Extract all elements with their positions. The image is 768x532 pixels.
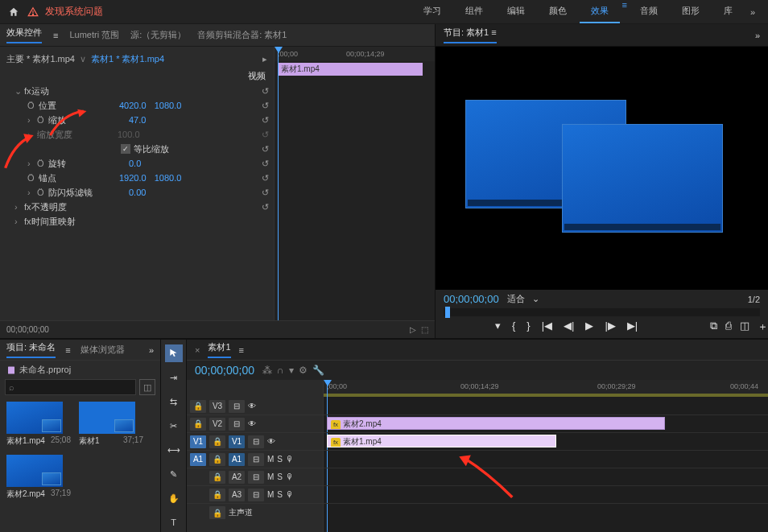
track-select-tool-icon[interactable]: ⇥: [165, 369, 183, 386]
mark-out-icon[interactable]: }: [526, 320, 530, 334]
mini-playhead[interactable]: [278, 47, 279, 320]
track-header-a3[interactable]: 🔒 A3 ⊟MS🎙: [187, 486, 323, 504]
bin-item[interactable]: 素材2.mp437;19: [6, 455, 71, 500]
track-v3[interactable]: [324, 398, 768, 415]
mic-icon[interactable]: 🎙: [286, 455, 294, 464]
bin-item[interactable]: 素材137;17: [79, 402, 143, 447]
source-patch-v1[interactable]: V1: [190, 435, 206, 448]
mark-in-icon[interactable]: {: [512, 320, 515, 334]
rotation-row[interactable]: ›Ö 旋转 0.0 ↺: [0, 156, 274, 171]
reset-motion-icon[interactable]: ↺: [262, 86, 269, 97]
sequence-tab[interactable]: 素材1: [208, 341, 230, 358]
track-v1[interactable]: fx素材1.mp4: [324, 433, 768, 451]
workspace-tab-audio[interactable]: 音频: [629, 0, 669, 23]
track-a3[interactable]: [324, 486, 768, 504]
export-frame-icon[interactable]: ◫: [740, 320, 749, 334]
program-scrub-head[interactable]: [445, 307, 450, 318]
reset-position-icon[interactable]: ↺: [262, 101, 269, 111]
slip-tool-icon[interactable]: ⟷: [165, 441, 183, 459]
timeline-tracks-area[interactable]: ;00;00 00;00;14;29 00;00;29;29 00;00;44 …: [324, 380, 768, 532]
track-header-a1[interactable]: A1 🔒 A1 ⊟MS🎙: [187, 451, 323, 468]
workspace-tab-editing[interactable]: 编辑: [496, 0, 536, 23]
workspace-tab-effects[interactable]: 效果: [580, 0, 620, 23]
wrench-icon[interactable]: 🔧: [312, 365, 324, 376]
master-clip-crumb[interactable]: 主要 * 素材1.mp4: [6, 53, 75, 65]
track-a1[interactable]: [324, 451, 768, 468]
program-monitor[interactable]: [436, 47, 768, 290]
tab-project[interactable]: 项目: 未命名: [6, 341, 56, 358]
ripple-edit-tool-icon[interactable]: ⇆: [165, 393, 183, 410]
track-header-master[interactable]: 🔒 主声道: [187, 504, 323, 522]
clip-v1-selected[interactable]: fx素材1.mp4: [327, 435, 556, 447]
project-view-icon[interactable]: ◫: [139, 379, 155, 395]
workspace-tab-graphics[interactable]: 图形: [671, 0, 711, 23]
fx-opacity-row[interactable]: ›fx 不透明度 ↺: [0, 200, 274, 214]
tab-media-browser[interactable]: 媒体浏览器: [81, 344, 125, 356]
button-editor-icon[interactable]: ＋: [758, 320, 768, 334]
timeline-settings-icon[interactable]: ⚙: [299, 365, 308, 376]
tab-lumetri-scopes[interactable]: Lumetri 范围: [69, 29, 119, 41]
razor-tool-icon[interactable]: ✂: [165, 417, 183, 435]
current-clip-crumb[interactable]: 素材1 * 素材1.mp4: [91, 53, 164, 65]
project-search-input[interactable]: [5, 379, 136, 395]
track-target-v1[interactable]: V1: [229, 435, 245, 448]
anchor-y-value[interactable]: 1080.0: [155, 173, 182, 183]
add-marker-icon[interactable]: ▾: [495, 320, 501, 334]
bin-item[interactable]: 素材1.mp425;08: [6, 402, 71, 447]
scale-row[interactable]: ›Ö 缩放 47.0 ↺: [0, 113, 274, 127]
position-y-value[interactable]: 1080.0: [155, 101, 182, 110]
track-header-v1[interactable]: V1 🔒 V1 ⊟👁: [187, 433, 323, 451]
source-patch-a1[interactable]: A1: [190, 453, 206, 466]
scale-value[interactable]: 47.0: [129, 115, 146, 125]
project-bins[interactable]: 素材1.mp425;08 素材137;17 素材2.mp437;19: [0, 395, 160, 532]
track-v2[interactable]: fx素材2.mp4: [324, 415, 768, 433]
track-header-v2[interactable]: 🔒 V2 ⊟👁: [187, 415, 323, 433]
program-scrubber[interactable]: [444, 308, 760, 316]
go-to-out-icon[interactable]: ▶|: [627, 320, 638, 334]
rotation-value[interactable]: 0.0: [129, 159, 141, 168]
workspace-overflow[interactable]: »: [744, 4, 762, 20]
track-header-v3[interactable]: 🔒 V3 ⊟ 👁: [187, 398, 323, 415]
workspace-tab-color[interactable]: 颜色: [538, 0, 578, 23]
snap-icon[interactable]: ⁂: [262, 365, 272, 376]
tab-effect-controls[interactable]: 效果控件: [6, 27, 42, 43]
ec-footer-icon-1[interactable]: ▷: [410, 325, 416, 334]
extract-icon[interactable]: ⎙: [725, 320, 732, 334]
step-forward-icon[interactable]: |▶: [605, 320, 615, 334]
go-to-in-icon[interactable]: |◀: [542, 320, 552, 334]
antiflicker-row[interactable]: ›Ö 防闪烁滤镜 0.00 ↺: [0, 185, 274, 200]
lock-icon[interactable]: 🔒: [190, 400, 206, 413]
fx-motion-row[interactable]: ⌄fx 运动 ↺: [0, 84, 274, 98]
tab-audio-clip-mixer[interactable]: 音频剪辑混合器: 素材1: [197, 29, 287, 41]
uniform-scale-checkbox[interactable]: [121, 144, 130, 154]
track-header-a2[interactable]: 🔒 A2 ⊟MS🎙: [187, 468, 323, 486]
anchor-x-value[interactable]: 1920.0: [119, 173, 147, 183]
step-back-icon[interactable]: ◀|: [564, 320, 574, 334]
mini-clip-bar[interactable]: 素材1.mp4: [278, 63, 423, 76]
pen-tool-icon[interactable]: ✎: [165, 465, 183, 483]
tab-source-noclip[interactable]: 源:（无剪辑）: [130, 29, 186, 41]
linked-selection-icon[interactable]: ∩: [277, 365, 284, 376]
stopwatch-icon[interactable]: Ö: [27, 101, 39, 110]
program-resolution-dropdown[interactable]: 1/2: [748, 295, 760, 304]
ec-footer-icon-2[interactable]: ⬚: [421, 325, 428, 334]
hand-tool-icon[interactable]: ✋: [165, 489, 183, 507]
workspace-tab-assembly[interactable]: 组件: [454, 0, 494, 23]
timeline-timecode[interactable]: 00;00;00;00: [195, 364, 254, 377]
warning-icon[interactable]: [26, 5, 40, 19]
marker-icon[interactable]: ▾: [289, 365, 294, 376]
fx-timeremap-row[interactable]: ›fx 时间重映射: [0, 214, 274, 229]
warning-text[interactable]: 发现系统问题: [45, 5, 103, 19]
effect-controls-mini-timeline[interactable]: :00;00 00;00;14;29 素材1.mp4: [274, 47, 435, 320]
workspace-tab-learn[interactable]: 学习: [412, 0, 452, 23]
type-tool-icon[interactable]: T: [165, 513, 183, 531]
track-a2[interactable]: [324, 468, 768, 486]
lift-icon[interactable]: ⧉: [710, 320, 717, 334]
program-fit-dropdown[interactable]: 适合 ⌄: [507, 293, 539, 305]
reset-scale-icon[interactable]: ↺: [262, 115, 269, 126]
position-x-value[interactable]: 4020.0: [119, 101, 147, 110]
clip-v2[interactable]: fx素材2.mp4: [327, 417, 665, 430]
selection-tool-icon[interactable]: [165, 344, 183, 362]
home-icon[interactable]: [6, 5, 21, 19]
uniform-scale-row[interactable]: 等比缩放 ↺: [0, 142, 274, 156]
